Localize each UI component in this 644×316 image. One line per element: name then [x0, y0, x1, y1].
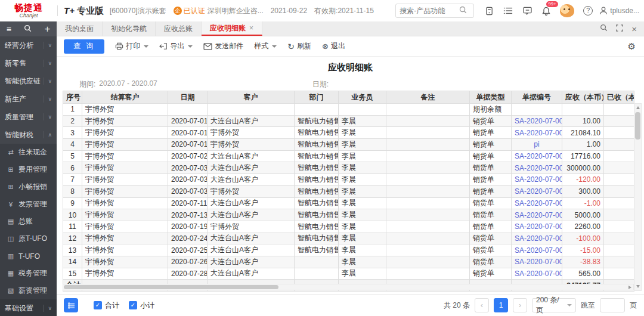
- refresh-button[interactable]: ↻ 刷新: [287, 41, 311, 51]
- column-header[interactable]: 应收（本币）: [562, 91, 604, 104]
- doc-number-link[interactable]: SA-2020-07-00...: [512, 256, 562, 268]
- column-header[interactable]: 结算客户: [82, 91, 168, 104]
- fullscreen-icon[interactable]: [616, 24, 623, 33]
- tab-0[interactable]: 我的桌面: [57, 21, 103, 36]
- tab-2[interactable]: 应收总账: [156, 21, 202, 36]
- sidebar-group-basic-settings[interactable]: 基础设置∨: [0, 299, 57, 316]
- doc-number-link[interactable]: pi: [512, 139, 562, 151]
- doc-number-link[interactable]: SA-2020-07-00...: [512, 127, 562, 139]
- table-row[interactable]: 10宇博外贸2020-07-13大连台山A客户智航电力销售...李晨销货单SA-…: [63, 209, 634, 221]
- tab-search-icon[interactable]: [600, 24, 608, 33]
- tab-1[interactable]: 初始化导航: [103, 21, 156, 36]
- search-icon[interactable]: [459, 6, 467, 16]
- current-page-button[interactable]: 1: [494, 298, 508, 312]
- sidebar-item-0[interactable]: ⇄往来现金: [0, 144, 57, 161]
- doc-number-link[interactable]: SA-2020-07-00...: [512, 221, 562, 233]
- scroll-right-icon[interactable]: [628, 286, 631, 289]
- task-list-icon[interactable]: [503, 5, 513, 16]
- table-row[interactable]: 15宇博外贸2020-07-28大连台山A客户李晨销货单SA-2020-07-0…: [63, 268, 634, 280]
- column-header[interactable]: 单据编号: [512, 91, 562, 104]
- sidebar-group-4[interactable]: 质量管理∨: [0, 108, 57, 126]
- close-workspace-icon[interactable]: ×: [631, 24, 637, 34]
- column-settings-button[interactable]: [64, 298, 78, 312]
- column-header[interactable]: 日期: [168, 91, 208, 104]
- table-row[interactable]: 8宇博外贸2020-07-03宇博外贸智航电力销售...李晨销货单SA-2020…: [63, 185, 634, 197]
- sidebar-item-7[interactable]: ▦税务管理: [0, 265, 57, 282]
- table-row[interactable]: 1宇博外贸期初余额: [63, 104, 634, 116]
- sidebar-item-1[interactable]: ⊞费用管理: [0, 161, 57, 178]
- total-checkbox[interactable]: ✓ 合计: [94, 300, 119, 311]
- table-row[interactable]: 9宇博外贸2020-07-11大连台山A客户智航电力销售...李晨销货单SA-2…: [63, 197, 634, 209]
- sidebar-group-0[interactable]: 经营分析∨: [0, 36, 57, 54]
- column-header[interactable]: 部门: [295, 91, 339, 104]
- exit-button[interactable]: ⊗ 退出: [322, 41, 345, 51]
- table-row[interactable]: 3宇博外贸2020-07-01宇博外贸智航电力销售...李晨销货单SA-2020…: [63, 127, 634, 139]
- column-header[interactable]: 序号: [63, 91, 82, 104]
- doc-number-link[interactable]: SA-2020-07-00...: [512, 115, 562, 127]
- message-icon[interactable]: [522, 5, 532, 16]
- table-row[interactable]: 7宇博外贸2020-07-03大连台山A客户智航电力销售...李晨销货单SA-2…: [63, 174, 634, 186]
- notification-bell-icon[interactable]: 99+: [541, 5, 552, 16]
- menu-toggle-icon[interactable]: ≡: [7, 24, 11, 34]
- query-button[interactable]: 查 询: [64, 39, 104, 54]
- scroll-down-icon[interactable]: [636, 285, 640, 288]
- vscroll-thumb[interactable]: [635, 112, 640, 140]
- tab-close-icon[interactable]: ×: [249, 24, 253, 32]
- doc-number-link[interactable]: SA-2020-07-00...: [512, 197, 562, 209]
- table-row[interactable]: 12宇博外贸2020-07-24大连台山A客户智航电力销售...李晨销货单SA-…: [63, 233, 634, 244]
- next-page-button[interactable]: ›: [513, 298, 527, 312]
- table-row[interactable]: 13宇博外贸2020-07-25大连台山A客户智航电力销售...李晨销货单SA-…: [63, 244, 634, 256]
- product-search-box[interactable]: [395, 4, 474, 18]
- doc-number-link[interactable]: SA-2020-07-00...: [512, 185, 562, 197]
- doc-number-link[interactable]: SA-2020-07-00...: [512, 209, 562, 221]
- table-row[interactable]: 2宇博外贸2020-07-01大连台山A客户智航电力销售...李晨销货单SA-2…: [63, 115, 634, 127]
- sidebar-search-icon[interactable]: [24, 24, 32, 34]
- settings-gear-icon[interactable]: ⚙: [628, 41, 636, 52]
- jump-page-input[interactable]: [600, 298, 625, 312]
- page-size-select[interactable]: 200 条/页: [532, 298, 576, 312]
- calculator-icon[interactable]: [484, 5, 494, 16]
- subtotal-checkbox[interactable]: ✓ 小计: [129, 300, 154, 311]
- sidebar-item-4[interactable]: ▤总账: [0, 213, 57, 230]
- doc-number-link[interactable]: SA-2020-07-00...: [512, 174, 562, 186]
- column-header[interactable]: 已收（本币）: [604, 91, 634, 104]
- sidebar-item-3[interactable]: ¥发票管理: [0, 196, 57, 213]
- table-row[interactable]: 11宇博外贸2020-07-19宇博外贸智航电力销售...李晨销货单SA-202…: [63, 221, 634, 233]
- horizontal-scrollbar[interactable]: [63, 284, 634, 290]
- doc-number-link[interactable]: SA-2020-07-00...: [512, 268, 562, 280]
- sidebar-item-2[interactable]: ⊞小畅报销: [0, 178, 57, 196]
- sidebar-item-6[interactable]: ▥T-UFO: [0, 247, 57, 265]
- doc-number-link[interactable]: SA-2020-07-00...: [512, 244, 562, 256]
- sidebar-group-1[interactable]: 新零售∨: [0, 54, 57, 72]
- sidebar-group-5[interactable]: 智能财税∧: [0, 126, 57, 144]
- add-icon[interactable]: +: [44, 23, 50, 35]
- sidebar-group-2[interactable]: 智能供应链∨: [0, 72, 57, 90]
- doc-number-link[interactable]: SA-2020-07-00...: [512, 162, 562, 174]
- table-row[interactable]: 5宇博外贸2020-07-02大连台山A客户智航电力销售...李晨销货单SA-2…: [63, 150, 634, 162]
- scroll-up-icon[interactable]: [636, 106, 640, 109]
- table-row[interactable]: 14宇博外贸2020-07-26大连台山A客户李晨销货单SA-2020-07-0…: [63, 256, 634, 268]
- hscroll-thumb[interactable]: [64, 285, 278, 289]
- table-row[interactable]: 4宇博外贸2020-07-01宇博外贸智航电力销售...李晨销货单pi1.00: [63, 139, 634, 151]
- tab-3[interactable]: 应收明细账×: [202, 21, 262, 36]
- cert-status[interactable]: 企 已认证 深圳明辉企业咨...: [174, 6, 264, 16]
- prev-page-button[interactable]: ‹: [475, 298, 489, 312]
- send-email-button[interactable]: 发送邮件: [203, 41, 243, 51]
- mascot-service-icon[interactable]: [560, 5, 574, 16]
- search-input[interactable]: [400, 7, 459, 15]
- column-header[interactable]: 客户: [208, 91, 295, 104]
- column-header[interactable]: 备注: [386, 91, 470, 104]
- sidebar-item-5[interactable]: ◫原T-UFO: [0, 230, 57, 247]
- table-row[interactable]: 6宇博外贸2020-07-03大连台山A客户智航电力销售...李晨销货单SA-2…: [63, 162, 634, 174]
- sidebar-item-8[interactable]: ▧薪资管理: [0, 282, 57, 299]
- style-button[interactable]: 样式: [254, 41, 277, 51]
- user-account[interactable]: tplusde...: [599, 7, 639, 15]
- sidebar-group-3[interactable]: 新生产∨: [0, 90, 57, 108]
- doc-number-link[interactable]: SA-2020-07-00...: [512, 233, 562, 244]
- export-button[interactable]: 导出: [159, 41, 193, 51]
- print-button[interactable]: 打印: [115, 41, 148, 51]
- vertical-scrollbar[interactable]: [634, 103, 642, 291]
- doc-number-link[interactable]: SA-2020-07-00...: [512, 150, 562, 162]
- column-header[interactable]: 单据类型: [470, 91, 512, 104]
- help-icon[interactable]: ?: [583, 5, 593, 16]
